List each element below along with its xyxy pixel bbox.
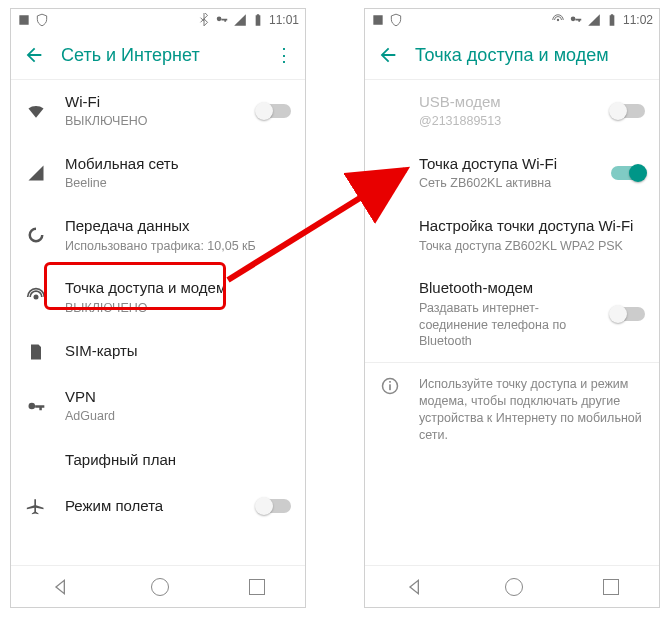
setting-sub: @2131889513 bbox=[419, 113, 593, 130]
vpn-key-icon bbox=[25, 395, 47, 417]
key-icon bbox=[215, 13, 229, 27]
nav-recent-icon[interactable] bbox=[603, 579, 619, 595]
setting-sub: ВЫКЛЮЧЕНО bbox=[65, 113, 239, 130]
app-bar: Точка доступа и модем bbox=[365, 31, 659, 79]
setting-airplane[interactable]: Режим полета bbox=[11, 483, 305, 529]
setting-hotspot-config[interactable]: Настройка точки доступа Wi-Fi Точка дост… bbox=[365, 204, 659, 266]
setting-usb-tethering: USB-модем @2131889513 bbox=[365, 80, 659, 142]
bluetooth-toggle[interactable] bbox=[611, 307, 645, 321]
setting-sim[interactable]: SIM-карты bbox=[11, 329, 305, 375]
wifi-icon bbox=[25, 100, 47, 122]
phone-left: 11:01 Сеть и Интернет ⋮ Wi-Fi ВЫКЛЮЧЕНО … bbox=[10, 8, 306, 608]
setting-wifi-hotspot[interactable]: Точка доступа Wi-Fi Сеть ZB602KL активна bbox=[365, 142, 659, 204]
setting-sub: ВЫКЛЮЧЕНО bbox=[65, 300, 291, 317]
setting-plan[interactable]: Тарифный план bbox=[11, 437, 305, 483]
setting-data-usage[interactable]: Передача данных Использовано трафика: 10… bbox=[11, 204, 305, 266]
setting-label: Мобильная сеть bbox=[65, 154, 291, 174]
clock-text: 11:01 bbox=[269, 13, 299, 27]
back-icon[interactable] bbox=[377, 44, 399, 66]
setting-vpn[interactable]: VPN AdGuard bbox=[11, 375, 305, 437]
setting-sub: Раздавать интернет-соединение телефона п… bbox=[419, 300, 593, 351]
settings-list: Wi-Fi ВЫКЛЮЧЕНО Мобильная сеть Beeline П… bbox=[11, 80, 305, 529]
wifi-hotspot-toggle[interactable] bbox=[611, 166, 645, 180]
overflow-menu-icon[interactable]: ⋮ bbox=[275, 46, 293, 64]
navigation-bar bbox=[365, 565, 659, 607]
shield-icon bbox=[389, 13, 403, 27]
settings-list: USB-модем @2131889513 Точка доступа Wi-F… bbox=[365, 80, 659, 456]
setting-label: Передача данных bbox=[65, 216, 291, 236]
nav-back-icon[interactable] bbox=[405, 577, 425, 597]
svg-rect-5 bbox=[389, 381, 391, 383]
navigation-bar bbox=[11, 565, 305, 607]
setting-label: Точка доступа Wi-Fi bbox=[419, 154, 593, 174]
setting-label: Тарифный план bbox=[65, 450, 291, 470]
setting-wifi[interactable]: Wi-Fi ВЫКЛЮЧЕНО bbox=[11, 80, 305, 142]
svg-point-1 bbox=[29, 402, 36, 409]
setting-sub: Точка доступа ZB602KL WPA2 PSK bbox=[419, 238, 645, 255]
clock-text: 11:02 bbox=[623, 13, 653, 27]
wifi-toggle[interactable] bbox=[257, 104, 291, 118]
setting-label: USB-модем bbox=[419, 92, 593, 112]
info-text: Используйте точку доступа и режим модема… bbox=[419, 376, 645, 444]
key-icon bbox=[569, 13, 583, 27]
airplane-icon bbox=[25, 495, 47, 517]
nav-home-icon[interactable] bbox=[151, 578, 169, 596]
svg-point-2 bbox=[557, 19, 559, 21]
status-bar: 11:01 bbox=[11, 9, 305, 31]
nav-recent-icon[interactable] bbox=[249, 579, 265, 595]
nav-back-icon[interactable] bbox=[51, 577, 71, 597]
info-icon bbox=[379, 375, 401, 397]
setting-label: Настройка точки доступа Wi-Fi bbox=[419, 216, 645, 236]
phone-right: 11:02 Точка доступа и модем USB-модем @2… bbox=[364, 8, 660, 608]
app-bar: Сеть и Интернет ⋮ bbox=[11, 31, 305, 79]
battery-icon bbox=[605, 13, 619, 27]
page-title: Сеть и Интернет bbox=[61, 45, 259, 66]
setting-label: Wi-Fi bbox=[65, 92, 239, 112]
svg-point-0 bbox=[34, 295, 39, 300]
back-icon[interactable] bbox=[23, 44, 45, 66]
setting-sub: Использовано трафика: 10,05 кБ bbox=[65, 238, 291, 255]
setting-label: Точка доступа и модем bbox=[65, 278, 291, 298]
sim-icon bbox=[25, 341, 47, 363]
setting-label: VPN bbox=[65, 387, 291, 407]
battery-icon bbox=[251, 13, 265, 27]
setting-label: Bluetooth-модем bbox=[419, 278, 593, 298]
setting-tethering[interactable]: Точка доступа и модем ВЫКЛЮЧЕНО bbox=[11, 266, 305, 328]
hotspot-status-icon bbox=[551, 13, 565, 27]
shield-icon bbox=[35, 13, 49, 27]
nav-home-icon[interactable] bbox=[505, 578, 523, 596]
svg-rect-4 bbox=[389, 385, 391, 391]
picture-icon bbox=[17, 13, 31, 27]
page-title: Точка доступа и модем bbox=[415, 45, 647, 66]
setting-sub: AdGuard bbox=[65, 408, 291, 425]
airplane-toggle[interactable] bbox=[257, 499, 291, 513]
hotspot-icon bbox=[25, 286, 47, 308]
setting-bluetooth-tethering[interactable]: Bluetooth-модем Раздавать интернет-соеди… bbox=[365, 266, 659, 362]
signal-icon bbox=[587, 13, 601, 27]
bluetooth-icon bbox=[197, 13, 211, 27]
picture-icon bbox=[371, 13, 385, 27]
data-usage-icon bbox=[25, 224, 47, 246]
signal-icon bbox=[233, 13, 247, 27]
plan-icon bbox=[25, 449, 47, 471]
setting-label: SIM-карты bbox=[65, 341, 291, 361]
usb-toggle bbox=[611, 104, 645, 118]
setting-label: Режим полета bbox=[65, 496, 239, 516]
setting-mobile[interactable]: Мобильная сеть Beeline bbox=[11, 142, 305, 204]
setting-sub: Beeline bbox=[65, 175, 291, 192]
info-row: Используйте точку доступа и режим модема… bbox=[365, 363, 659, 456]
signal-icon bbox=[25, 162, 47, 184]
setting-sub: Сеть ZB602KL активна bbox=[419, 175, 593, 192]
status-bar: 11:02 bbox=[365, 9, 659, 31]
